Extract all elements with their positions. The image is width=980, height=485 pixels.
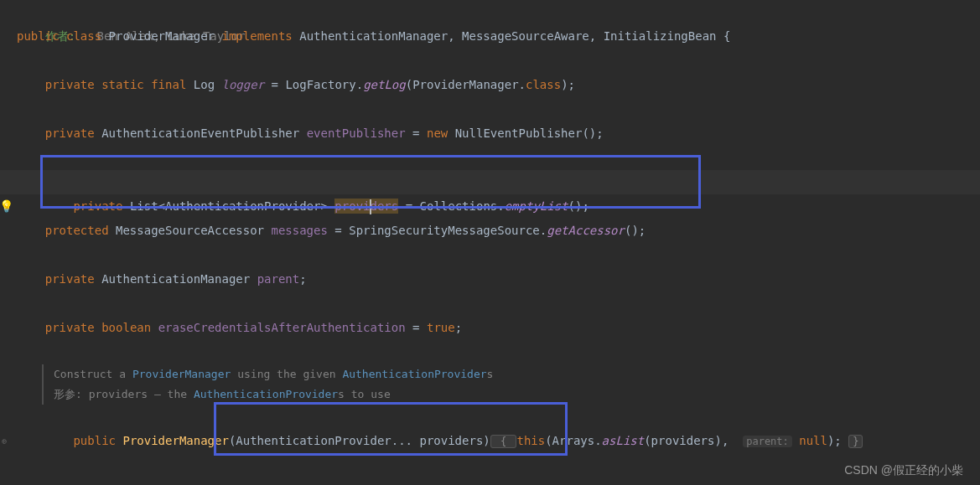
- fold-brace-open[interactable]: {: [490, 435, 517, 448]
- event-publisher-field: private AuthenticationEventPublisher eve…: [0, 121, 980, 146]
- messages-field: protected MessageSourceAccessor messages…: [0, 219, 980, 243]
- fold-brace-close[interactable]: }: [848, 435, 863, 448]
- erase-credentials-field: private boolean eraseCredentialsAfterAut…: [0, 316, 980, 340]
- javadoc-block: Construct a ProviderManager using the gi…: [42, 364, 980, 405]
- authors-line: 作者: Ben Alex, Luke Taylor: [0, 0, 980, 24]
- class-declaration: public class ProviderManager implements …: [0, 24, 980, 49]
- parent-field: private AuthenticationManager parent;: [0, 267, 980, 292]
- blank-line: [0, 49, 980, 73]
- providers-field: 💡 private List<AuthenticationProvider> p…: [0, 170, 980, 194]
- blank-line: [0, 243, 980, 267]
- doc-line-2: 形参: providers – the AuthenticationProvid…: [54, 384, 980, 405]
- logger-field: private static final Log logger = LogFac…: [0, 73, 980, 97]
- doc-line-1: Construct a ProviderManager using the gi…: [54, 364, 980, 384]
- parameter-hint: parent:: [743, 436, 792, 447]
- code-editor[interactable]: 作者: Ben Alex, Luke Taylor public class P…: [0, 0, 980, 429]
- blank-line: [0, 146, 980, 170]
- blank-line: [0, 340, 980, 364]
- watermark: CSDN @假正经的小柴: [844, 463, 963, 478]
- fold-icon[interactable]: ⊕: [2, 429, 7, 453]
- blank-line: [0, 292, 980, 316]
- constructor-line: ⊕ public ProviderManager(AuthenticationP…: [0, 405, 980, 429]
- blank-line: [0, 194, 980, 219]
- blank-line: [0, 97, 980, 121]
